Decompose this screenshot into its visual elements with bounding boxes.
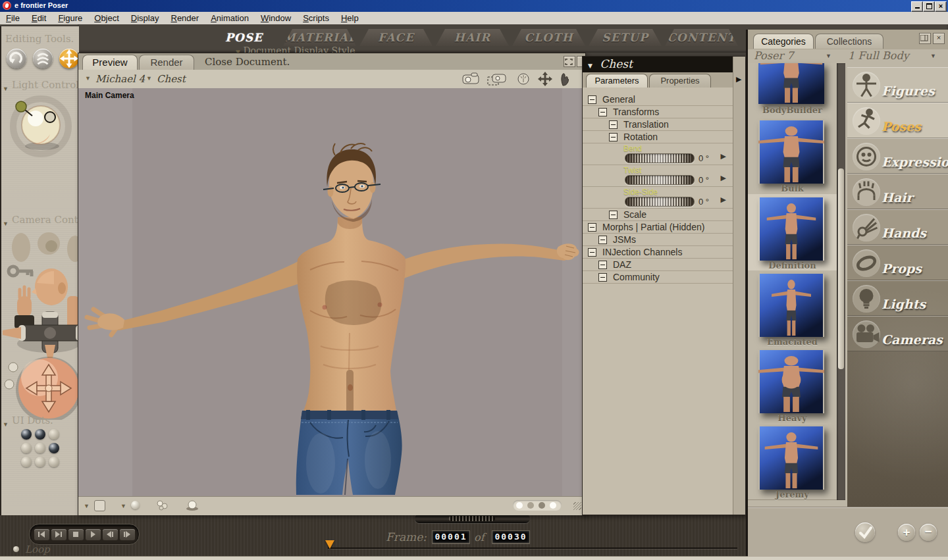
palette-flyout-strip[interactable]: ▶ xyxy=(733,57,745,515)
timeline-marker[interactable] xyxy=(325,540,334,549)
collapse-box-icon[interactable] xyxy=(598,108,607,116)
collapse-box-icon[interactable] xyxy=(588,95,596,104)
thumbnail[interactable] xyxy=(758,274,824,337)
ui-dot-2[interactable] xyxy=(35,429,45,440)
minimize-button[interactable] xyxy=(911,1,923,12)
ui-dot-6[interactable] xyxy=(49,443,59,453)
play-button[interactable] xyxy=(86,529,101,540)
hand-tool-icon[interactable] xyxy=(560,72,570,89)
display-style-triangle-icon[interactable]: ▼ xyxy=(84,503,90,509)
tracking-dot[interactable] xyxy=(539,502,545,509)
multi-ball-icon[interactable] xyxy=(156,499,171,514)
library-item-heavy[interactable]: Heavy xyxy=(748,347,837,424)
remove-from-library-button[interactable]: − xyxy=(920,524,937,541)
tracking-triangle-icon[interactable]: ▼ xyxy=(120,503,126,509)
last-frame-button[interactable] xyxy=(51,529,66,540)
window-titlebar[interactable]: e frontier Poser × xyxy=(0,0,948,12)
first-frame-button[interactable] xyxy=(34,529,49,540)
resize-grip[interactable] xyxy=(573,502,581,510)
menu-display[interactable]: Display xyxy=(125,13,165,23)
step-back-button[interactable] xyxy=(103,529,118,540)
document-titlebar[interactable]: Preview Render Close Document. xyxy=(78,53,585,70)
library-close-icon[interactable]: × xyxy=(933,33,945,44)
camera-controls-cluster[interactable] xyxy=(1,228,79,420)
flyout-arrow-icon[interactable]: ▶ xyxy=(736,75,741,84)
collapse-box-icon[interactable] xyxy=(588,248,596,257)
thumbnail[interactable] xyxy=(758,426,824,490)
apply-check-button[interactable] xyxy=(855,522,875,542)
tab-parameters[interactable]: Parameters xyxy=(586,74,648,88)
collapse-box-icon[interactable] xyxy=(609,120,618,129)
tab-render[interactable]: Render xyxy=(139,55,194,70)
restore-button[interactable] xyxy=(923,1,935,12)
ui-dot-3[interactable] xyxy=(49,429,59,440)
menu-help[interactable]: Help xyxy=(335,13,365,23)
dial-menu-arrow-icon[interactable]: ▶ xyxy=(721,174,726,182)
library-item-jeremy[interactable]: Jeremy xyxy=(748,423,837,500)
total-frames-counter[interactable]: 00030 xyxy=(492,530,530,544)
current-frame-counter[interactable]: 00001 xyxy=(432,530,470,544)
close-document-button[interactable]: Close Document. xyxy=(205,56,290,68)
library-item-emaciated[interactable]: Emaciated xyxy=(748,270,837,347)
tab-properties[interactable]: Properties xyxy=(649,74,711,88)
tracking-dot[interactable] xyxy=(550,502,556,509)
tab-collections[interactable]: Collections xyxy=(815,34,883,49)
collapse-box-icon[interactable] xyxy=(598,261,607,269)
dial-knob[interactable] xyxy=(625,153,695,163)
ui-dot-7[interactable] xyxy=(21,457,32,467)
dial-label[interactable]: Bend xyxy=(623,144,642,153)
collapse-box-icon[interactable] xyxy=(598,236,607,244)
thumbnail[interactable] xyxy=(758,350,824,413)
loop-toggle[interactable] xyxy=(13,546,19,552)
dial-menu-arrow-icon[interactable]: ▶ xyxy=(721,152,726,161)
dial-value[interactable]: 0 ° xyxy=(698,175,709,185)
library-dock-icon[interactable] xyxy=(919,33,931,44)
figure-menu-triangle-icon[interactable]: ▼ xyxy=(85,75,91,82)
folder-dropdown-icon[interactable]: ▼ xyxy=(930,53,936,59)
thumbnail[interactable] xyxy=(758,197,824,261)
room-tab-hair[interactable]: HAIR xyxy=(436,29,509,46)
timeline-track[interactable] xyxy=(328,547,737,549)
tree-group-jsms[interactable]: JSMs xyxy=(583,234,733,246)
shadow-ball-icon[interactable] xyxy=(185,499,199,514)
tab-preview[interactable]: Preview xyxy=(82,55,138,70)
palette-collapse-icon[interactable]: ▼ xyxy=(583,63,596,69)
light-ball-control[interactable] xyxy=(1,92,79,165)
tracking-ball-icon[interactable] xyxy=(131,501,140,509)
display-style-swatch[interactable] xyxy=(94,500,105,511)
pan-move-icon[interactable] xyxy=(538,72,552,89)
camera-controls-collapse[interactable]: ▼ xyxy=(3,216,9,228)
ui-dot-1[interactable] xyxy=(21,429,32,440)
folder-selector[interactable]: 1 Full Body xyxy=(848,49,909,62)
room-tab-material[interactable]: MATERIAL xyxy=(283,29,356,46)
tree-group-transforms[interactable]: Transforms xyxy=(583,106,733,118)
tree-group-injection[interactable]: INJection Channels xyxy=(583,246,733,259)
tree-group-morphs[interactable]: Morphs | Partial (Hidden) xyxy=(583,221,733,234)
rotate-tool-button[interactable] xyxy=(7,49,26,68)
step-forward-button[interactable] xyxy=(120,529,135,540)
category-expression[interactable]: Expression xyxy=(847,138,948,174)
dial-menu-arrow-icon[interactable]: ▶ xyxy=(721,195,726,204)
add-to-library-button[interactable]: + xyxy=(898,524,915,541)
menu-object[interactable]: Object xyxy=(88,13,125,23)
ui-dot-4[interactable] xyxy=(21,443,32,453)
category-hands[interactable]: Hands xyxy=(847,209,948,245)
dial-value[interactable]: 0 ° xyxy=(698,197,709,207)
ui-dot-5[interactable] xyxy=(35,443,45,453)
tree-group-general[interactable]: General xyxy=(583,93,733,106)
library-item-definition[interactable]: Definition xyxy=(748,194,837,271)
dial-value[interactable]: 0 ° xyxy=(698,153,709,163)
render-camera-icon[interactable] xyxy=(462,72,479,87)
tree-group-community[interactable]: Community xyxy=(583,271,733,284)
thumbnail[interactable] xyxy=(758,120,824,184)
tracking-dot[interactable] xyxy=(527,502,534,509)
category-poses[interactable]: Poses xyxy=(847,103,948,138)
dial-label[interactable]: Side-Side xyxy=(623,188,658,197)
thumbnail[interactable] xyxy=(758,63,824,104)
dial-label[interactable]: Twist xyxy=(623,166,641,175)
library-item-bodybuilder[interactable]: BodyBuilder xyxy=(748,63,837,118)
collapse-box-icon[interactable] xyxy=(598,273,607,282)
translate-tool-button[interactable] xyxy=(59,49,79,68)
viewport[interactable]: Main Camera xyxy=(78,88,585,496)
close-button[interactable]: × xyxy=(935,1,947,12)
